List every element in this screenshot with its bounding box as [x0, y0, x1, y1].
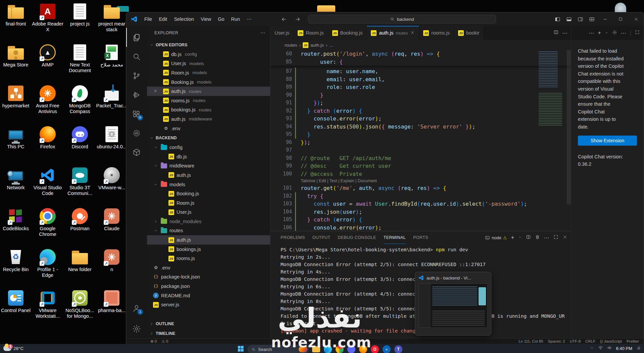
tree-item-config[interactable]: config	[147, 143, 270, 152]
breadcrumb[interactable]: routes›JSauth.js›...	[270, 40, 571, 50]
close-tab-icon[interactable]	[410, 30, 415, 36]
panel-tab-problems[interactable]: PROBLEMS	[281, 231, 305, 244]
desktop-icon-mongodb-compass[interactable]: ↗MongoDB Compass	[64, 85, 96, 114]
desktop-icon-packet-trac[interactable]: ↗Packet_Trac...	[96, 85, 128, 109]
terminal-dropdown-icon[interactable]	[518, 235, 522, 241]
menu-file[interactable]: File	[141, 15, 155, 23]
editor-tab-booking-js[interactable]: JSBooking.js	[328, 26, 367, 40]
tree-item-node-modules[interactable]: node_modules	[147, 217, 270, 226]
panel-tab-debug-console[interactable]: DEBUG CONSOLE	[338, 231, 376, 244]
open-editor-auth-js-middleware[interactable]: JSauth.jsmiddleware	[147, 114, 270, 124]
split-terminal-icon[interactable]	[526, 235, 531, 241]
codelens[interactable]: Tabnine | Edit | Test | Explain | Docume…	[270, 178, 571, 184]
editor-tab-auth-js[interactable]: JSauth.jsroutes	[367, 26, 419, 40]
desktop-icon-this-pc[interactable]: This PC	[0, 125, 32, 150]
status-javascript[interactable]: {} JavaScript	[600, 339, 622, 343]
open-editor-rooms-js-routes[interactable]: JSrooms.jsroutes	[147, 96, 270, 105]
open-editors-section-header[interactable]: OPEN EDITORS	[147, 40, 270, 50]
new-terminal-icon[interactable]: +	[511, 235, 514, 241]
chat-dropdown-icon[interactable]	[605, 30, 608, 36]
desktop-icon-new-folder[interactable]: New folder	[64, 248, 96, 272]
menu-selection[interactable]: Selection	[170, 15, 197, 23]
outline-section-header[interactable]: OUTLINE	[147, 319, 270, 329]
chat-expand-icon[interactable]	[635, 30, 640, 36]
menu-go[interactable]: Go	[214, 15, 228, 23]
layout-panel-left-icon[interactable]	[552, 14, 563, 24]
editor-scrollbar[interactable]	[567, 50, 571, 204]
desktop-icon-n[interactable]: ✳↗n	[96, 248, 128, 272]
editor-more-actions-icon[interactable]: ⋯	[562, 30, 567, 36]
status-warning-icon[interactable]: ⚠ 0	[161, 339, 168, 344]
editor-tab-room-js[interactable]: JSRoom.js	[294, 26, 328, 40]
desktop-icon-visual-studio-code[interactable]: ↗Visual Studio Code	[32, 166, 64, 196]
desktop-icon-final-front[interactable]: final-front	[0, 3, 32, 27]
desktop-icon-ubuntu-24-0[interactable]: ubuntu-24.0...	[96, 125, 128, 150]
taskbar-thumbnail-preview[interactable]: auth.js - backend - Vi...	[415, 272, 491, 336]
desktop-icon-project-js[interactable]: project js	[64, 3, 96, 27]
desktop-icon-project-mear-stack[interactable]: project mear stack	[96, 3, 128, 33]
tree-item-room-js[interactable]: JSRoom.js	[147, 198, 270, 208]
workspace-section-header[interactable]: BACKEND	[147, 133, 270, 143]
desktop-icon-postman[interactable]: ↗Postman	[64, 207, 96, 232]
extensions-icon[interactable]: ⟳	[126, 104, 147, 123]
layout-customize-icon[interactable]	[586, 14, 597, 24]
desktop-icon-profile-1-edge[interactable]: ↗Profile 1 - Edge	[32, 248, 64, 278]
tree-item-package-lock-json[interactable]: {}package-lock.json	[147, 272, 270, 282]
accounts-icon[interactable]: 1	[126, 299, 147, 318]
open-editor-env[interactable]: ⚙.env	[147, 124, 270, 133]
new-chat-icon[interactable]: +	[598, 30, 601, 36]
desktop-icon-avast-free-antivirus[interactable]: ✳↗Avast Free Antivirus	[32, 85, 64, 114]
menu-run[interactable]: Run	[228, 15, 244, 23]
clock[interactable]: 6:40 PM	[616, 346, 632, 351]
chat-settings-gear-icon[interactable]	[612, 30, 617, 36]
layout-panel-bottom-icon[interactable]	[563, 14, 575, 24]
open-editor-bookings-js-routes[interactable]: JSbookings.jsroutes	[147, 105, 270, 115]
breadcrumb-item-item[interactable]: ...	[329, 43, 333, 48]
tree-item-auth-js[interactable]: JSauth.js	[147, 170, 270, 180]
window-close-button[interactable]	[628, 12, 644, 26]
settings-gear-icon[interactable]	[126, 319, 147, 338]
taskbar-app-opera[interactable]: O	[371, 345, 379, 353]
open-editor-user-js-models[interactable]: JSUser.jsmodels	[147, 59, 270, 68]
desktop-icon-discord[interactable]: ↗Discord	[64, 125, 96, 150]
desktop-icon-recycle-bin[interactable]: ♻Recycle Bin	[0, 248, 32, 272]
tree-item-env[interactable]: ⚙.env	[147, 263, 270, 272]
weather-widget[interactable]: 1 28°C	[3, 346, 23, 351]
chat-history-icon[interactable]: ⋯	[589, 30, 594, 36]
tabnine-icon[interactable]	[126, 123, 147, 143]
desktop-icon-aimp[interactable]: ▲↗AIMP	[32, 44, 64, 68]
desktop-icon-adobe-reader-x[interactable]: A↗Adobe Reader X	[32, 3, 64, 33]
close-panel-icon[interactable]	[562, 235, 567, 241]
tree-item-bookings-js[interactable]: JSbookings.js	[147, 245, 270, 254]
tray-chevron-up-icon[interactable]	[590, 346, 594, 351]
notification-bell-icon[interactable]	[636, 345, 641, 351]
window-minimize-button[interactable]	[597, 12, 613, 26]
desktop-icon-google-chrome[interactable]: ↗Google Chrome	[32, 207, 64, 237]
explorer-icon[interactable]	[126, 28, 147, 47]
desktop-icon-nosqlboo-for-mongo[interactable]: ↗NoSQLBoo... for Mongo...	[64, 289, 96, 319]
terminal-profile-badge[interactable]: node ⚠	[485, 235, 507, 240]
desktop-icon-pharma-ba[interactable]: ↗pharma-ba...	[96, 289, 128, 313]
status-spaces-2[interactable]: Spaces: 2	[548, 339, 565, 343]
nav-forward-icon[interactable]	[292, 14, 303, 24]
volume-icon[interactable]	[607, 345, 612, 351]
tree-item-booking-js[interactable]: JSBooking.js	[147, 189, 270, 198]
chat-more-actions-icon[interactable]: ⋯	[621, 30, 626, 36]
desktop-icon-network[interactable]: Network	[0, 166, 32, 191]
panel-tab-ports[interactable]: PORTS	[413, 231, 428, 244]
menu-view[interactable]: View	[197, 15, 214, 23]
status-error-icon[interactable]: ⊗ 0	[150, 339, 157, 344]
split-editor-icon[interactable]	[553, 30, 559, 36]
command-center-search[interactable]: backend	[308, 15, 496, 23]
tree-item-db-js[interactable]: JSdb.js	[147, 152, 270, 161]
desktop-icon-firefox[interactable]: ↗Firefox	[32, 125, 64, 150]
layout-panel-right-icon[interactable]	[575, 14, 586, 24]
taskbar-app-vscode[interactable]: ‹›	[383, 345, 391, 353]
code-editor[interactable]: 60router.post('/login', async (req, res)…	[270, 50, 571, 231]
minimap[interactable]	[539, 51, 566, 132]
desktop-icon-new-text-document[interactable]: New Text Document	[64, 44, 96, 73]
editor-tab-bookir[interactable]: JSbookir	[454, 26, 484, 40]
open-editor-auth-js-routes[interactable]: JSauth.jsroutes	[147, 87, 270, 96]
taskbar-app-teams[interactable]: T	[394, 345, 402, 353]
start-button[interactable]	[237, 345, 244, 353]
